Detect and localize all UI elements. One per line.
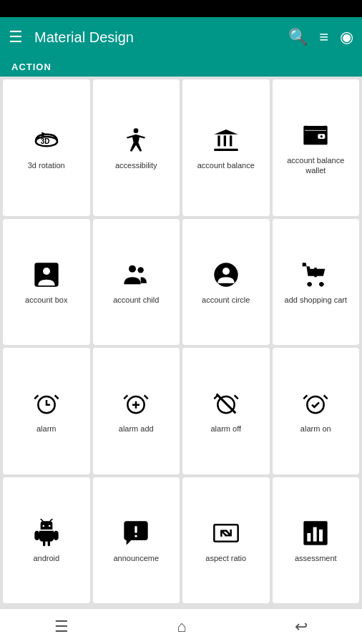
- svg-point-4: [321, 135, 323, 137]
- icon-cell-alarm-add[interactable]: alarm add: [93, 348, 180, 474]
- icon-cell-aspect-ratio[interactable]: aspect ratio: [182, 477, 270, 603]
- 3d-rotation-label: 3d rotation: [28, 160, 65, 170]
- app-bar: ☰ Material Design 🔍 ≡ ◉: [0, 17, 362, 57]
- icon-cell-3d-rotation[interactable]: 3D 3d rotation: [3, 79, 90, 216]
- svg-point-20: [135, 535, 137, 537]
- icon-cell-add-shopping-cart[interactable]: add shopping cart: [273, 219, 360, 345]
- account-child-label: account child: [113, 295, 159, 305]
- icon-grid: 3D 3d rotation accessibility account bal…: [0, 77, 362, 606]
- bottom-menu-icon[interactable]: ☰: [54, 618, 69, 636]
- 3d-rotation-icon: 3D: [32, 126, 61, 155]
- icon-cell-alarm-off[interactable]: alarm off: [182, 348, 270, 474]
- app-title: Material Design: [34, 29, 277, 46]
- alarm-on-icon: [301, 389, 330, 418]
- svg-point-7: [129, 265, 136, 272]
- alarm-add-icon: [122, 389, 150, 418]
- account-circle-icon: [212, 260, 240, 289]
- section-header: ACTION: [0, 57, 362, 77]
- account-circle-label: account circle: [202, 295, 250, 305]
- icon-cell-alarm[interactable]: alarm: [3, 348, 90, 474]
- account-balance-label: account balance: [197, 160, 255, 170]
- account-child-icon: [122, 260, 150, 289]
- accessibility-label: accessibility: [115, 160, 157, 170]
- status-bar: [0, 0, 362, 17]
- svg-point-16: [49, 525, 51, 527]
- assessment-label: assessment: [295, 553, 337, 563]
- icon-cell-accessibility[interactable]: accessibility: [93, 79, 180, 216]
- icon-cell-account-box[interactable]: account box: [3, 219, 90, 345]
- icon-cell-announcement[interactable]: announceme: [93, 477, 180, 603]
- svg-line-17: [40, 519, 42, 521]
- alarm-off-icon: [212, 389, 240, 418]
- alarm-add-label: alarm add: [119, 424, 154, 434]
- icon-cell-assessment[interactable]: assessment: [273, 477, 360, 603]
- icon-cell-account-balance[interactable]: account balance: [182, 79, 270, 216]
- svg-line-18: [50, 519, 52, 521]
- accessibility-icon: [122, 126, 150, 155]
- aspect-ratio-label: aspect ratio: [205, 553, 246, 563]
- android-label: android: [33, 553, 59, 563]
- alarm-on-label: alarm on: [300, 424, 331, 434]
- alarm-icon: [32, 389, 61, 418]
- icon-cell-android[interactable]: android: [3, 477, 90, 603]
- bottom-back-icon[interactable]: ↩: [295, 618, 308, 636]
- svg-rect-21: [214, 525, 238, 541]
- svg-point-10: [222, 268, 230, 275]
- assessment-icon: [301, 519, 330, 547]
- account-box-icon: [32, 260, 61, 289]
- icon-cell-alarm-on[interactable]: alarm on: [273, 348, 360, 474]
- bottom-nav: ☰ ⌂ ↩: [0, 608, 362, 644]
- account-box-label: account box: [25, 295, 67, 305]
- aspect-ratio-icon: [212, 519, 240, 547]
- bottom-home-icon[interactable]: ⌂: [177, 618, 186, 636]
- list-icon[interactable]: ≡: [319, 28, 328, 47]
- svg-point-8: [138, 267, 144, 273]
- announcement-label: announceme: [113, 553, 159, 563]
- icon-cell-account-balance-wallet[interactable]: account balance wallet: [273, 79, 360, 216]
- account-balance-wallet-icon: [301, 121, 330, 150]
- alarm-label: alarm: [36, 424, 57, 434]
- svg-rect-24: [313, 527, 317, 541]
- menu-icon[interactable]: ☰: [9, 28, 23, 47]
- svg-point-2: [134, 129, 139, 134]
- add-shopping-cart-icon: [301, 260, 330, 289]
- icon-cell-account-child[interactable]: account child: [93, 219, 180, 345]
- account-balance-wallet-label: account balance wallet: [277, 155, 356, 176]
- search-icon[interactable]: 🔍: [288, 28, 308, 47]
- icon-cell-account-circle[interactable]: account circle: [182, 219, 270, 345]
- svg-point-6: [43, 268, 50, 275]
- svg-rect-19: [135, 526, 137, 533]
- android-icon: [32, 519, 61, 547]
- alarm-off-label: alarm off: [210, 424, 241, 434]
- account-balance-icon: [212, 126, 240, 155]
- announcement-icon: [122, 519, 150, 547]
- svg-text:3D: 3D: [40, 137, 49, 145]
- add-shopping-cart-label: add shopping cart: [285, 295, 347, 305]
- svg-point-15: [42, 525, 44, 527]
- svg-rect-23: [308, 533, 311, 542]
- account-icon[interactable]: ◉: [340, 28, 353, 47]
- svg-rect-25: [319, 530, 323, 542]
